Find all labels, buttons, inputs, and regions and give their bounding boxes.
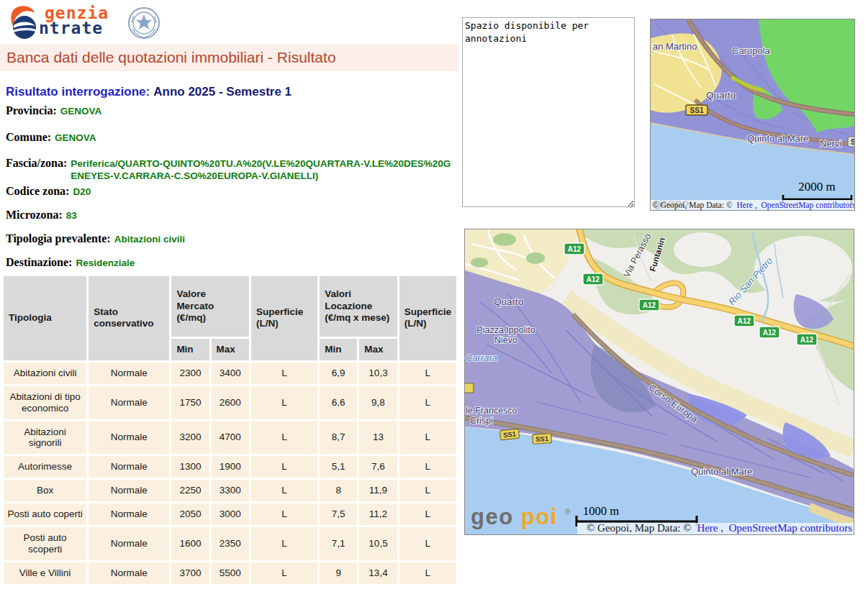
- openstreetmap-link[interactable]: OpenStreetMap contributors: [761, 201, 854, 210]
- svg-text:SS1: SS1: [690, 106, 704, 114]
- table-row: Ville e VilliniNormale37005500L913,4L: [4, 562, 456, 584]
- col-header-tipologia: Tipologia: [4, 276, 86, 360]
- field-label: Destinazione:: [6, 256, 72, 268]
- table-cell: 10,3: [359, 362, 397, 384]
- page-title: Banca dati delle quotazioni immobiliari …: [0, 44, 458, 71]
- agency-logo: genzia ntrate: [6, 6, 458, 42]
- table-cell: 10,5: [359, 527, 397, 560]
- registered-mark: ®: [565, 508, 571, 516]
- table-cell: 2300: [171, 362, 209, 384]
- table-cell: Normale: [89, 527, 169, 560]
- geopoi-logo: geo poi ®: [471, 504, 571, 529]
- map-label: Nievo: [494, 335, 517, 345]
- table-cell: Normale: [89, 421, 169, 455]
- table-cell: L: [251, 421, 317, 455]
- table-cell: Autorimesse: [4, 456, 86, 478]
- annotations-textarea[interactable]: Spazio disponibile per annotazioni: [462, 17, 635, 207]
- field-provincia: Provincia:GENOVA: [6, 104, 453, 117]
- svg-text:SS1: SS1: [502, 430, 517, 439]
- table-cell: Abitazioni di tipo economico: [4, 386, 86, 419]
- edge-badge: S: [848, 137, 854, 147]
- geopoi-logo-poi: poi: [521, 504, 558, 529]
- table-cell: 1750: [171, 386, 209, 419]
- field-label: Comune:: [6, 131, 51, 143]
- agency-name: genzia ntrate: [39, 6, 109, 36]
- table-cell: L: [251, 386, 317, 419]
- openstreetmap-link[interactable]: OpenStreetMap contributors: [729, 522, 852, 534]
- col-header-min-1: Min: [171, 339, 209, 360]
- attribution-separator: ,: [720, 522, 723, 534]
- geopoi-logo-geo: geo: [471, 504, 514, 529]
- col-header-superficie-1: Superficie (L/N): [251, 276, 317, 360]
- table-row: AutorimesseNormale13001900L5,17,6L: [4, 456, 456, 478]
- field-tipologia-prevalente: Tipologia prevalente:Abitazioni civili: [6, 232, 453, 245]
- table-cell: 5500: [212, 562, 249, 584]
- table-cell: L: [251, 527, 317, 560]
- table-cell: 2350: [212, 527, 249, 560]
- map-label: Quarto: [494, 296, 523, 307]
- table-row: BoxNormale22503300L811,9L: [4, 480, 456, 501]
- svg-text:A12: A12: [800, 336, 814, 344]
- table-cell: 2250: [171, 480, 209, 501]
- svg-text:SS1: SS1: [535, 434, 549, 443]
- table-cell: Posti auto coperti: [4, 503, 86, 525]
- ss1-badge: SS1: [686, 105, 707, 115]
- map-label: Crispi: [470, 416, 493, 426]
- field-fascia-zona: Fascia/zona:Periferica/QUARTO-QUINTO%20T…: [6, 157, 453, 183]
- col-header-superficie-2: Superficie (L/N): [399, 276, 456, 360]
- table-cell: 3300: [212, 480, 249, 501]
- map-label: an Martino: [653, 41, 697, 52]
- svg-text:A12: A12: [643, 301, 656, 309]
- table-cell: L: [399, 562, 456, 584]
- field-value: Periferica/QUARTO-QUINTO%20TU.A%20(V.LE%…: [71, 158, 453, 183]
- field-comune: Comune:GENOVA: [6, 131, 453, 144]
- table-cell: Abitazioni signorili: [4, 421, 86, 455]
- map-attribution: © Geopoi, Map Data: © Here , OpenStreetM…: [587, 522, 852, 534]
- overview-map[interactable]: SS1 S an Martino Carupola Quarto Quinto …: [650, 19, 855, 211]
- col-header-min-2: Min: [320, 339, 357, 360]
- table-cell: 9: [320, 562, 357, 584]
- here-link[interactable]: Here: [737, 201, 753, 209]
- table-cell: Abitazioni civili: [4, 362, 86, 384]
- map-label: Piazza Ippolito: [476, 325, 535, 335]
- map-attribution: © Geopoi, Map Data: © Here , OpenStreetM…: [652, 201, 854, 210]
- table-cell: Normale: [89, 503, 169, 525]
- svg-text:A12: A12: [738, 317, 751, 325]
- table-cell: 7,1: [320, 527, 357, 560]
- quotes-table: Tipologia Stato conservativo Valore Merc…: [1, 274, 458, 586]
- table-cell: 3000: [212, 503, 249, 525]
- table-cell: 3200: [171, 421, 209, 455]
- svg-text:1000 m: 1000 m: [583, 504, 619, 518]
- table-cell: L: [399, 456, 456, 478]
- page: genzia ntrate Banca dati delle quotazion…: [0, 0, 868, 602]
- table-cell: L: [399, 503, 456, 525]
- table-header-row: Tipologia Stato conservativo Valore Merc…: [4, 276, 456, 337]
- map-label: Carupola: [732, 45, 771, 56]
- table-cell: L: [251, 562, 317, 584]
- field-label: Codice zona:: [6, 185, 69, 197]
- col-header-valori-locazione: Valori Locazione (€/mq x mese): [320, 276, 397, 337]
- field-label: Tipologia prevalente:: [6, 232, 111, 245]
- field-label: Provincia:: [6, 104, 57, 117]
- table-cell: Ville e Villini: [4, 562, 86, 584]
- col-header-stato: Stato conservativo: [89, 276, 169, 360]
- table-cell: L: [399, 421, 456, 455]
- table-cell: L: [251, 503, 317, 525]
- map-label: Quinto al Mare: [691, 466, 752, 477]
- table-cell: 11,9: [359, 480, 397, 501]
- table-cell: L: [251, 456, 317, 478]
- annotations-container: Spazio disponibile per annotazioni: [462, 17, 635, 210]
- table-cell: 6,9: [320, 362, 357, 384]
- zone-detail-map[interactable]: A12 A12 A12 A12 A12 A12 SS1 SS1 Quarto P…: [464, 229, 854, 535]
- table-cell: 13: [359, 421, 397, 455]
- here-link[interactable]: Here: [697, 522, 718, 534]
- table-cell: 2600: [212, 386, 249, 419]
- table-cell: 4700: [212, 421, 249, 455]
- table-cell: 8,7: [320, 421, 357, 455]
- table-row: Abitazioni di tipo economicoNormale17502…: [4, 386, 456, 419]
- map-label: Quinto al Mare: [747, 133, 808, 144]
- table-cell: 11,2: [359, 503, 397, 525]
- field-label: Fascia/zona:: [6, 157, 67, 183]
- attribution-separator: ,: [755, 201, 757, 210]
- table-cell: 1900: [212, 456, 249, 478]
